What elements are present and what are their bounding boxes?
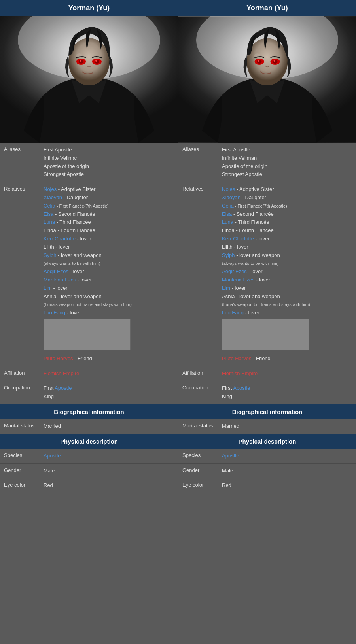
relative-entry-1-12: Lim - lover [222,285,246,291]
relatives-label-1: Relatives [182,185,222,192]
relative-rest-1-6: - lover [254,236,270,242]
relative-name-0-15[interactable]: Luo Fang [44,310,65,315]
species-link-1[interactable]: Apostle [222,453,239,459]
relative-name-0-12[interactable]: Lim [44,285,52,291]
bio-header-1: Biographical information [178,404,356,419]
relative-entry-0-7: Lilith - lover [44,244,70,250]
relative-rest-0-5: - Fourth Fiancée [56,227,95,233]
relative-name-1-8[interactable]: Sylph [222,252,235,258]
aliases-label-0: Aliases [4,146,44,152]
relative-entry-1-10: Aegir Ezes - lover [222,268,263,274]
relative-name-1-6[interactable]: Kerr Charlotte [222,236,254,242]
relative-name-0-3[interactable]: Elsa [44,211,53,217]
relative-name-0-2[interactable]: Celia [44,203,55,209]
relative-entry-1-15: Luo Fang - lover [222,310,259,315]
affiliation-label-1: Affiliation [182,370,222,376]
relative-name-0-1[interactable]: Xiaoyan [44,195,62,200]
relative-rest-0-12: - lover [52,285,68,291]
relative-name-1-4[interactable]: Luna [222,219,233,225]
relative-note-1-14: (Luna's weapon but trains and stays with… [222,302,310,307]
relative-entry-0-8: Sylph - lover and weapon [44,252,102,258]
relative-name-0-0[interactable]: Nojes [44,186,57,192]
relative-rest-1-11: - lover [254,277,270,283]
species-link-0[interactable]: Apostle [44,453,61,459]
affiliation-value-0: Flemish Empire [44,370,174,378]
relative-name-1-12[interactable]: Lim [222,285,230,291]
svg-point-3 [68,38,110,85]
relative-name-0-5: Linda [44,227,56,233]
occupation-row-0: OccupationFirst ApostleKing [0,381,178,404]
species-label-1: Species [182,452,222,458]
species-value-1: Apostle [222,452,352,460]
svg-point-21 [254,53,261,58]
svg-point-9 [95,60,97,62]
info-section-0: AliasesFirst ApostleInfinite VellmanApos… [0,143,178,404]
affiliation-link-1[interactable]: Flemish Empire [222,370,258,376]
relative-entry-0-12: Lim - lover [44,285,68,291]
relative-rest-0-10: - lover [68,268,84,274]
aliases-label-1: Aliases [182,146,222,152]
relative-name-1-2[interactable]: Celia [222,203,234,209]
eye-color-label-1: Eye color [182,482,222,488]
relative-rest-1-2: - First Fiancée(7th Apostle) [234,204,287,208]
occupation-apostle-link-0[interactable]: Apostle [55,385,72,391]
occupation-label-1: Occupation [182,384,222,391]
svg-point-8 [80,60,81,62]
svg-point-20 [273,60,275,62]
relative-name-1-17[interactable]: Pluto Harves [222,355,251,361]
relative-name-1-5: Linda [222,227,235,233]
relative-name-1-3[interactable]: Elsa [222,211,232,217]
image-placeholder-0-16 [44,319,131,350]
relative-rest-1-17: - Friend [251,355,270,361]
relative-name-1-11[interactable]: Manlena Ezes [222,277,254,283]
relative-entry-1-13: Ashia - lover and weapon [222,293,280,299]
eye-color-row-0: Eye colorRed [0,478,178,493]
relative-entry-1-2: Celia - First Fiancée(7th Apostle) [222,203,287,209]
relative-entry-0-5: Linda - Fourth Fiancée [44,227,95,233]
relative-entry-1-1: Xiaoyan - Daughter [222,195,266,200]
relative-rest-0-11: - lover [76,277,92,283]
relative-entry-0-15: Luo Fang - lover [44,310,81,315]
relative-rest-0-7: - lover [54,244,70,250]
relative-name-0-4[interactable]: Luna [44,219,55,225]
gender-row-1: GenderMale [178,464,356,479]
character-header-0: Yorman (Yu) [0,0,178,16]
relative-name-0-11[interactable]: Manlena Ezes [44,277,76,283]
relative-rest-0-8: - lover and weapon [57,252,102,258]
occupation-apostle-link-1[interactable]: Apostle [233,385,250,391]
relative-rest-1-4: - Third Fiancée [233,219,269,225]
relatives-label-0: Relatives [4,185,44,192]
relative-rest-0-4: - Third Fiancée [55,219,91,225]
relative-rest-1-7: - lover [233,244,248,250]
relative-entry-0-2: Celia - First Fiancée(7th Apostle) [44,203,109,209]
relative-name-0-8[interactable]: Sylph [44,252,57,258]
occupation-line2-0: King [44,393,174,401]
eye-color-row-1: Eye colorRed [178,478,356,493]
relative-name-0-7: Lilith [44,244,54,250]
relative-name-1-10[interactable]: Aegir Ezes [222,268,247,274]
relative-entry-1-8: Sylph - lover and weapon [222,252,280,258]
physical-header-1: Physical description [178,434,356,449]
relative-rest-0-15: - lover [65,310,81,315]
affiliation-row-1: AffiliationFlemish Empire [178,366,356,381]
marital-row-0: Marital statusMarried [0,419,178,434]
affiliation-link-0[interactable]: Flemish Empire [44,370,79,376]
relative-name-0-6[interactable]: Kerr Charlotte [44,236,76,242]
relative-name-0-10[interactable]: Aegir Ezes [44,268,68,274]
relative-rest-1-8: - lover and weapon [235,252,280,258]
marital-value-1: Married [222,422,352,431]
relative-entry-0-1: Xiaoyan - Daughter [44,195,88,200]
bio-header-0: Biographical information [0,404,178,419]
relative-name-1-0[interactable]: Nojes [222,186,235,192]
occupation-line1-0: First Apostle [44,384,174,393]
marital-value-0: Married [44,422,174,431]
relative-entry-0-10: Aegir Ezes - lover [44,268,84,274]
occupation-label-0: Occupation [4,384,44,391]
relative-entry-0-6: Kerr Charlotte - lover [44,236,91,242]
relative-name-0-17[interactable]: Pluto Harves [44,355,73,361]
relatives-row-0: RelativesNojes - Adoptive SisterXiaoyan … [0,182,178,366]
relative-name-1-15[interactable]: Luo Fang [222,310,244,315]
relative-name-1-1[interactable]: Xiaoyan [222,195,240,200]
relative-rest-1-0: - Adoptive Sister [235,186,274,192]
relative-entry-1-5: Linda - Fourth Fiancée [222,227,274,233]
